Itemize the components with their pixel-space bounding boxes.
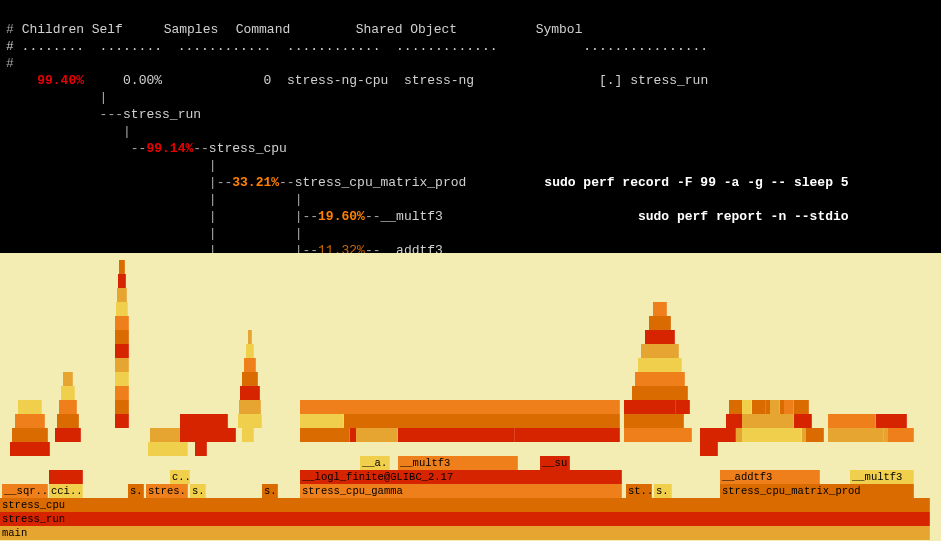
- comment-report: sudo perf report -n --stdio: [638, 209, 849, 224]
- symbol: [.] stress_run: [599, 73, 708, 88]
- flame-frame[interactable]: __addtf3: [720, 470, 820, 484]
- flame-stack-frame[interactable]: [624, 414, 684, 428]
- samples: 0: [263, 73, 271, 88]
- flame-stack-frame[interactable]: [638, 358, 682, 372]
- flame-stack-frame[interactable]: [61, 386, 75, 400]
- pct-stress-cpu: 99.14%: [146, 141, 193, 156]
- flame-stack-frame[interactable]: [784, 400, 794, 414]
- flame-stack-frame[interactable]: [300, 428, 350, 442]
- flame-stack-frame[interactable]: [239, 400, 261, 414]
- flame-stack-frame[interactable]: [756, 400, 766, 414]
- flame-frame[interactable]: stress_cpu_matrix_prod: [720, 484, 914, 498]
- flame-stack-frame[interactable]: [18, 400, 42, 414]
- flame-frame[interactable]: __a..: [360, 456, 390, 470]
- flame-stack-frame[interactable]: [117, 288, 127, 302]
- flame-row-main[interactable]: main: [0, 526, 930, 540]
- fn-multf3: __multf3: [380, 209, 442, 224]
- flame-frame[interactable]: __su..: [540, 456, 570, 470]
- flame-frame[interactable]: s..: [190, 484, 206, 498]
- pct-matrix-prod: 33.21%: [232, 175, 279, 190]
- flame-stack-frame[interactable]: [118, 274, 126, 288]
- flame-stack-frame[interactable]: [115, 372, 129, 386]
- flame-frame[interactable]: stress_cpu_gamma: [300, 484, 622, 498]
- flame-frame[interactable]: st..: [626, 484, 652, 498]
- flame-row-stress-run[interactable]: stress_run: [0, 512, 930, 526]
- fn-stress-run: stress_run: [123, 107, 201, 122]
- flame-stack-frame[interactable]: [55, 428, 81, 442]
- flame-stack-frame[interactable]: [742, 428, 802, 442]
- flame-frame[interactable]: stres..: [146, 484, 188, 498]
- flame-stack-frame[interactable]: [242, 372, 258, 386]
- flame-stack-frame[interactable]: [115, 414, 129, 428]
- flame-stack-frame[interactable]: [15, 414, 45, 428]
- flame-stack-frame[interactable]: [119, 260, 125, 274]
- fn-matrix-prod: stress_cpu_matrix_prod: [295, 175, 467, 190]
- flame-frame[interactable]: [49, 470, 83, 484]
- pct-self: 0.00%: [123, 73, 162, 88]
- flame-stack-frame[interactable]: [180, 428, 236, 442]
- flame-stack-frame[interactable]: [12, 428, 48, 442]
- flame-frame[interactable]: s..: [262, 484, 278, 498]
- header-columns: ChildrenSelfSamplesCommandShared ObjectS…: [22, 22, 583, 37]
- flame-stack-frame[interactable]: [356, 428, 398, 442]
- flame-stack-frame[interactable]: [10, 442, 50, 456]
- flame-stack-frame[interactable]: [115, 330, 129, 344]
- comment-record: sudo perf record -F 99 -a -g -- sleep 5: [544, 175, 848, 190]
- flame-stack-frame[interactable]: [63, 372, 73, 386]
- flame-frame[interactable]: s..: [128, 484, 144, 498]
- perf-report-output: # ChildrenSelfSamplesCommandShared Objec…: [0, 0, 941, 293]
- flame-stack-frame[interactable]: [115, 358, 129, 372]
- header-dots: # ........ ........ ............ .......…: [6, 39, 708, 54]
- flame-stack-frame[interactable]: [240, 386, 260, 400]
- flame-stack-frame[interactable]: [806, 428, 824, 442]
- flame-stack-frame[interactable]: [729, 400, 809, 414]
- flame-stack-frame[interactable]: [742, 400, 752, 414]
- flame-stack-frame[interactable]: [242, 428, 254, 442]
- flame-frame[interactable]: __multf3: [850, 470, 914, 484]
- flame-stack-frame[interactable]: [244, 358, 256, 372]
- flame-stack-frame[interactable]: [700, 442, 718, 456]
- flame-stack-frame[interactable]: [115, 344, 129, 358]
- fn-stress-cpu: stress_cpu: [209, 141, 287, 156]
- flame-frame[interactable]: cci..: [49, 484, 83, 498]
- flame-frame[interactable]: __multf3: [398, 456, 518, 470]
- flame-frame[interactable]: __logl_finite@GLIBC_2.17: [300, 470, 622, 484]
- flame-frame[interactable]: c..: [170, 470, 190, 484]
- flame-stack-frame[interactable]: [116, 302, 128, 316]
- flame-stack-frame[interactable]: [115, 400, 129, 414]
- flame-stack-frame[interactable]: [742, 414, 794, 428]
- flame-stack-frame[interactable]: [248, 330, 252, 344]
- flame-stack-frame[interactable]: [59, 400, 77, 414]
- flame-stack-frame[interactable]: [700, 428, 736, 442]
- flame-stack-frame[interactable]: [828, 414, 876, 428]
- flame-stack-frame[interactable]: [115, 316, 129, 330]
- flame-stack-frame[interactable]: [649, 316, 671, 330]
- flame-stack-frame[interactable]: [624, 428, 692, 442]
- flame-stack-frame[interactable]: [828, 428, 884, 442]
- flame-stack-frame[interactable]: [148, 442, 188, 456]
- flame-stack-frame[interactable]: [180, 414, 228, 428]
- flame-stack-frame[interactable]: [635, 372, 685, 386]
- flame-stack-frame[interactable]: [624, 400, 676, 414]
- flame-stack-frame[interactable]: [632, 386, 688, 400]
- flame-stack-frame[interactable]: [300, 414, 344, 428]
- flame-stack-frame[interactable]: [195, 442, 207, 456]
- flame-stack-frame[interactable]: [300, 414, 620, 428]
- flame-stack-frame[interactable]: [115, 386, 129, 400]
- flame-stack-frame[interactable]: [238, 414, 262, 428]
- pct-multf3: 19.60%: [318, 209, 365, 224]
- flame-frame[interactable]: s..: [654, 484, 672, 498]
- flame-stack-frame[interactable]: [653, 302, 667, 316]
- flame-stack-frame[interactable]: [641, 344, 679, 358]
- flame-row-stress-cpu[interactable]: stress_cpu: [0, 498, 930, 512]
- flame-stack-frame[interactable]: [888, 428, 914, 442]
- flame-stack-frame[interactable]: [57, 414, 79, 428]
- flame-frame[interactable]: __sqr..: [2, 484, 48, 498]
- flame-stack-frame[interactable]: [415, 428, 515, 442]
- flame-stack-frame[interactable]: [300, 400, 620, 414]
- command: stress-ng-cpu: [287, 73, 388, 88]
- flame-stack-frame[interactable]: [770, 400, 780, 414]
- flame-stack-frame[interactable]: [246, 344, 254, 358]
- flamegraph[interactable]: main stress_run stress_cpu __sqr..cci..s…: [0, 253, 941, 541]
- flame-stack-frame[interactable]: [645, 330, 675, 344]
